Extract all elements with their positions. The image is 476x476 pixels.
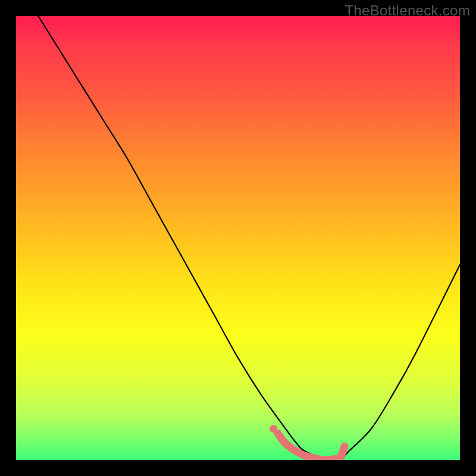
optimal-range-curve	[270, 425, 345, 460]
chart-stage: TheBottleneck.com	[0, 0, 476, 476]
chart-svg	[16, 16, 460, 460]
bottleneck-curve	[38, 16, 460, 460]
chart-plot-area	[16, 16, 460, 460]
svg-point-0	[270, 425, 277, 433]
